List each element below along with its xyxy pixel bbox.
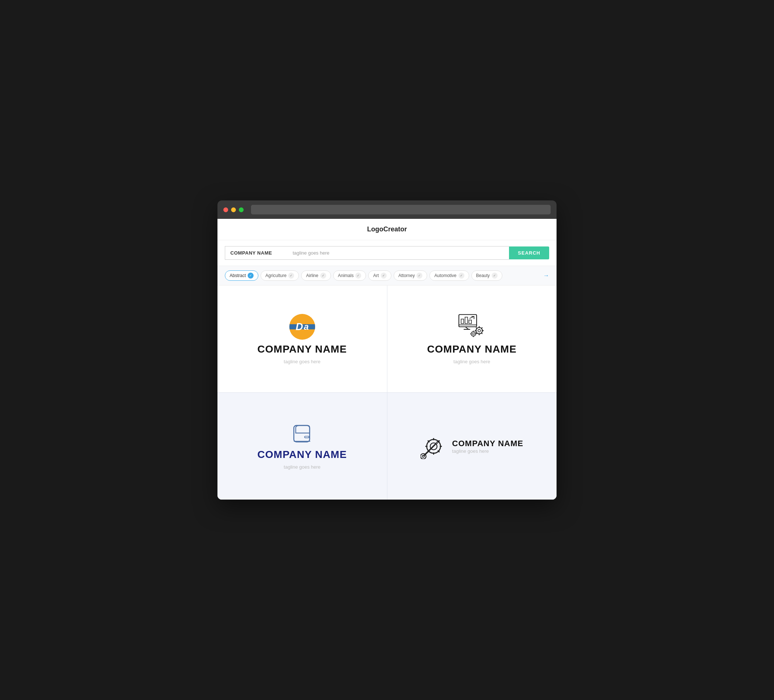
logo2-icon — [457, 314, 486, 340]
company-name-input[interactable] — [225, 246, 288, 260]
check-icon: ✓ — [355, 272, 361, 279]
check-icon: ✓ — [417, 272, 422, 279]
svg-rect-5 — [465, 317, 468, 324]
search-bar: SEARCH — [217, 240, 557, 266]
minimize-button[interactable] — [231, 207, 236, 212]
svg-point-9 — [478, 329, 481, 332]
tagline-input[interactable] — [288, 246, 354, 260]
filter-label: Animals — [338, 273, 354, 278]
logo4-icon — [420, 433, 447, 459]
svg-point-38 — [420, 454, 426, 459]
filter-next-arrow[interactable]: → — [543, 272, 549, 279]
logo-card-4[interactable]: COMPANY NAME tagline goes here — [387, 393, 557, 500]
check-icon: ✓ — [381, 272, 387, 279]
filter-label: Art — [373, 273, 379, 278]
svg-line-14 — [476, 327, 478, 329]
svg-point-39 — [422, 456, 424, 457]
app-title: LogoCreator — [367, 226, 407, 233]
search-button[interactable]: SEARCH — [509, 246, 549, 259]
filter-label: Abstract — [230, 273, 246, 278]
filter-label: Beauty — [476, 273, 490, 278]
app-header: LogoCreator — [217, 219, 557, 240]
maximize-button[interactable] — [239, 207, 244, 212]
svg-point-18 — [471, 332, 475, 336]
logo3-tagline: tagline goes here — [284, 464, 321, 470]
filter-chip-animals[interactable]: Animals✓ — [333, 271, 366, 281]
address-bar[interactable] — [251, 205, 551, 215]
filter-label: Airline — [306, 273, 318, 278]
check-icon: ✓ — [458, 272, 465, 279]
filter-label: Agriculture — [265, 273, 286, 278]
svg-line-16 — [481, 327, 483, 329]
check-icon: ✓ — [492, 272, 498, 279]
logo1-company-name: COMPANY NAME — [257, 343, 347, 355]
check-icon: ✓ — [248, 272, 253, 279]
browser-window: LogoCreator SEARCH Abstract✓Agriculture✓… — [217, 200, 557, 500]
logo-inner-4: COMPANY NAME tagline goes here — [420, 433, 523, 459]
logo1-tagline: tagline goes here — [284, 359, 321, 364]
logo-inner-3: COMPANY NAME tagline goes here — [257, 423, 347, 470]
svg-line-15 — [481, 332, 483, 334]
filter-chip-agriculture[interactable]: Agriculture✓ — [261, 271, 299, 281]
filter-label: Automotive — [434, 273, 456, 278]
logo4-company-name: COMPANY NAME — [452, 439, 523, 448]
filter-bar: Abstract✓Agriculture✓Airline✓Animals✓Art… — [217, 266, 557, 286]
logo-inner-1: D a COMPANY NAME tagline goes here — [257, 314, 347, 364]
browser-titlebar — [217, 200, 557, 219]
logo-inner-2: COMPANY NAME tagline goes here — [427, 314, 517, 364]
svg-point-19 — [473, 333, 475, 335]
filter-chip-abstract[interactable]: Abstract✓ — [225, 271, 258, 281]
close-button[interactable] — [223, 207, 228, 212]
svg-rect-4 — [461, 319, 464, 324]
check-icon: ✓ — [288, 272, 294, 279]
filter-chip-airline[interactable]: Airline✓ — [301, 271, 331, 281]
filter-chip-automotive[interactable]: Automotive✓ — [429, 271, 469, 281]
logo-card-3[interactable]: COMPANY NAME tagline goes here — [217, 393, 387, 500]
svg-rect-25 — [305, 436, 309, 438]
filter-label: Attorney — [399, 273, 415, 278]
logo-grid: D a COMPANY NAME tagline goes here — [217, 286, 557, 500]
logo3-icon — [292, 423, 312, 445]
logo3-company-name: COMPANY NAME — [257, 449, 347, 461]
logo-card-1[interactable]: D a COMPANY NAME tagline goes here — [217, 286, 387, 392]
logo1-icon: D a — [289, 314, 315, 340]
extra-search-input[interactable] — [354, 246, 509, 260]
logo-card-2[interactable]: COMPANY NAME tagline goes here — [387, 286, 557, 392]
browser-body: LogoCreator SEARCH Abstract✓Agriculture✓… — [217, 219, 557, 500]
filter-chip-art[interactable]: Art✓ — [368, 271, 391, 281]
svg-rect-24 — [294, 425, 309, 442]
svg-rect-6 — [469, 320, 471, 324]
filter-chip-beauty[interactable]: Beauty✓ — [471, 271, 502, 281]
logo2-company-name: COMPANY NAME — [427, 343, 517, 355]
logo4-tagline: tagline goes here — [452, 448, 489, 454]
filter-chip-attorney[interactable]: Attorney✓ — [394, 271, 428, 281]
check-icon: ✓ — [320, 272, 326, 279]
logo2-tagline: tagline goes here — [453, 359, 490, 364]
